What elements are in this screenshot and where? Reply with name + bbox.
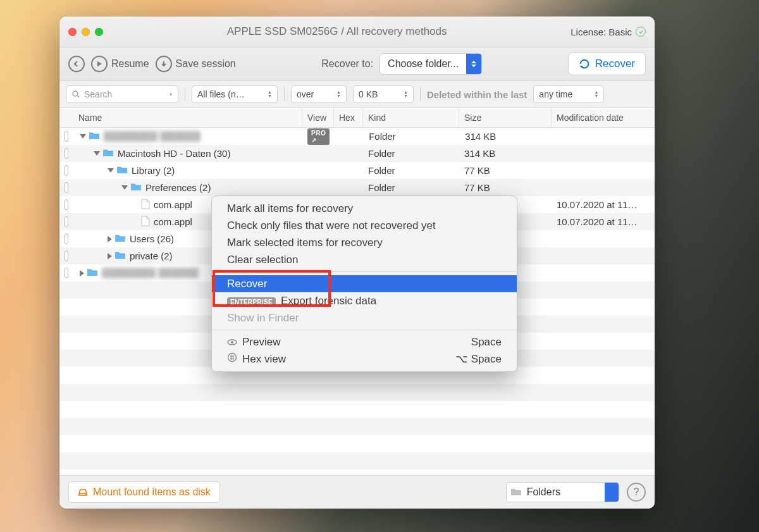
col-kind[interactable]: Kind (363, 108, 459, 127)
time-filter[interactable]: any time ▲▼ (533, 85, 604, 103)
highlight-box (213, 270, 331, 307)
license-label: License: Basic (571, 27, 632, 37)
row-modified (552, 128, 655, 145)
size-label: 0 KB (359, 89, 378, 99)
svg-point-7 (228, 354, 237, 362)
search-input[interactable]: Search ▾ (66, 85, 178, 103)
folder-icon (130, 182, 145, 193)
pro-badge: PRO ↗ (307, 128, 330, 145)
license-status-icon (636, 27, 646, 37)
back-button[interactable] (68, 56, 85, 72)
stepper-icon: ▲▼ (404, 90, 408, 98)
ctx-clear-selection[interactable]: Clear selection (212, 251, 517, 268)
toolbar: Resume Save session Recover to: Choose f… (59, 47, 655, 81)
chevron-right-icon[interactable] (108, 253, 112, 259)
license-indicator[interactable]: License: Basic (571, 27, 646, 37)
svg-marker-0 (97, 61, 102, 66)
row-size: 314 KB (460, 128, 552, 145)
col-name[interactable]: Name (73, 108, 302, 127)
row-modified: 10.07.2020 at 11… (552, 196, 655, 213)
file-icon (141, 216, 154, 228)
file-tree: ████████ ██████PRO ↗Folder314 KBMacintos… (59, 128, 655, 475)
row-kind: Folder (364, 128, 460, 145)
disk-icon (78, 487, 88, 497)
ctx-check-not-recovered[interactable]: Check only files that were not recovered… (212, 217, 517, 234)
row-name: Users (26) (130, 233, 174, 244)
chevron-updown-icon (466, 54, 481, 74)
row-name: Macintosh HD - Daten (30) (118, 148, 230, 159)
col-view[interactable]: View (302, 108, 334, 127)
shortcut-hex: ⌥ Space (455, 352, 502, 366)
row-checkbox[interactable] (65, 148, 68, 159)
col-mod[interactable]: Modification date (552, 108, 655, 127)
row-modified (552, 145, 655, 162)
chevron-down-icon[interactable] (80, 134, 86, 139)
row-modified (552, 162, 655, 179)
comparison-label: over (297, 89, 314, 99)
destination-select[interactable]: Choose folder... (379, 53, 482, 75)
stepper-icon: ▲▼ (336, 90, 341, 98)
chevron-down-icon[interactable] (108, 168, 114, 173)
col-hex[interactable]: Hex (334, 108, 363, 127)
row-checkbox[interactable] (65, 268, 68, 278)
destination-value: Choose folder... (380, 58, 466, 70)
table-row[interactable]: Preferences (2)Folder77 KB (59, 179, 655, 196)
titlebar: APPLE SSD SM0256G / All recovery methods… (59, 16, 655, 47)
row-checkbox[interactable] (65, 233, 68, 244)
row-modified (552, 230, 655, 247)
play-icon (91, 56, 108, 72)
file-type-filter[interactable]: All files (n… ▲▼ (192, 85, 278, 103)
close-button[interactable] (68, 28, 77, 36)
mount-button[interactable]: Mount found items as disk (68, 481, 220, 503)
folder-icon (116, 165, 132, 176)
file-type-label: All files (n… (197, 89, 245, 99)
row-checkbox[interactable] (65, 165, 68, 176)
svg-point-3 (73, 91, 78, 96)
resume-button[interactable]: Resume (91, 56, 149, 72)
row-checkbox[interactable] (65, 216, 68, 227)
chevron-right-icon[interactable] (80, 270, 84, 276)
ctx-hex-view[interactable]: Hex view ⌥ Space (212, 350, 517, 368)
row-checkbox[interactable] (65, 131, 68, 142)
table-row[interactable]: ████████ ██████PRO ↗Folder314 KB (59, 128, 655, 145)
save-session-button[interactable]: Save session (156, 56, 236, 72)
eye-icon (227, 337, 237, 347)
chevron-down-icon[interactable] (94, 151, 100, 156)
view-mode-label: Folders (526, 486, 605, 498)
view-mode-select[interactable]: Folders (506, 482, 619, 502)
row-name: ████████ ██████ (104, 131, 201, 142)
search-icon (71, 90, 80, 99)
svg-point-6 (231, 341, 233, 343)
folder-icon (89, 131, 104, 142)
mount-label: Mount found items as disk (93, 486, 211, 498)
chevron-down-icon[interactable] (121, 185, 128, 190)
folder-icon (114, 233, 130, 244)
folder-icon (87, 268, 102, 278)
chevron-right-icon[interactable] (108, 236, 112, 242)
row-checkbox[interactable] (65, 251, 68, 261)
maximize-button[interactable] (95, 28, 103, 36)
comparison-filter[interactable]: over ▲▼ (291, 85, 347, 103)
deleted-label: Deleted within the last (427, 89, 527, 100)
minimize-button[interactable] (82, 28, 90, 36)
row-checkbox[interactable] (65, 199, 68, 210)
window-title: APPLE SSD SM0256G / All recovery methods (103, 25, 571, 38)
row-name: com.appl (154, 216, 192, 227)
row-checkbox[interactable] (65, 182, 68, 193)
back-icon (68, 56, 85, 72)
ctx-mark-all[interactable]: Mark all items for recovery (212, 200, 517, 217)
recover-button[interactable]: Recover (568, 53, 646, 75)
size-filter[interactable]: 0 KB ▲▼ (353, 85, 414, 103)
ctx-mark-selected[interactable]: Mark selected items for recovery (212, 234, 517, 251)
col-size[interactable]: Size (459, 108, 552, 127)
row-size: 77 KB (459, 162, 552, 179)
hash-icon (227, 352, 237, 362)
traffic-lights (68, 28, 103, 36)
table-row[interactable]: Macintosh HD - Daten (30)Folder314 KB (59, 145, 655, 162)
help-button[interactable]: ? (627, 483, 646, 502)
row-name: Preferences (2) (145, 182, 211, 193)
table-row[interactable]: Library (2)Folder77 KB (59, 162, 655, 179)
refresh-icon (579, 58, 590, 70)
ctx-preview[interactable]: Preview Space (212, 333, 517, 350)
ctx-show-in-finder: Show in Finder (212, 309, 517, 326)
